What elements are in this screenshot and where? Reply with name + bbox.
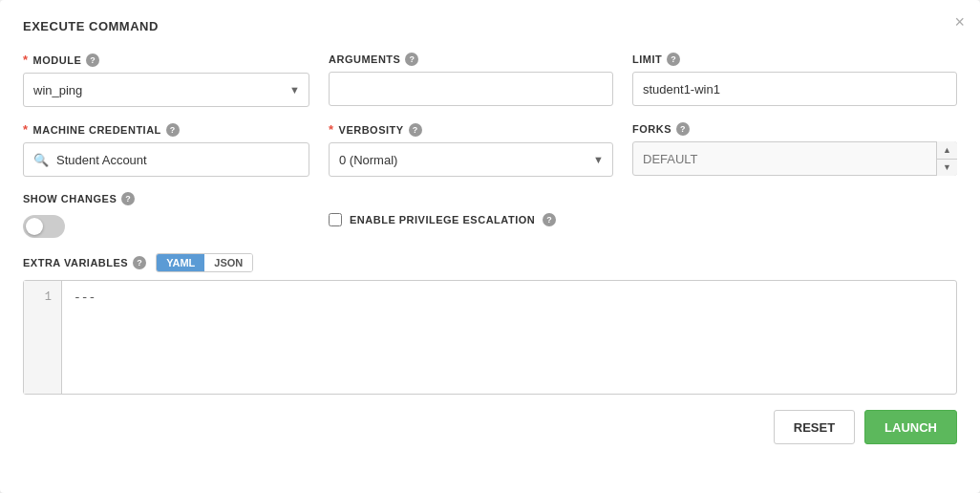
limit-input[interactable] bbox=[632, 72, 957, 106]
extra-variables-header: EXTRA VARIABLES ? YAML JSON bbox=[23, 253, 957, 272]
verbosity-label-row: * VERBOSITY ? bbox=[329, 122, 613, 137]
machine-credential-label-row: * MACHINE CREDENTIAL ? bbox=[23, 122, 309, 137]
row-credential-verbosity-forks: * MACHINE CREDENTIAL ? 🔍 * VERBOSITY ? 0… bbox=[23, 122, 957, 177]
extra-variables-tab-group: YAML JSON bbox=[156, 253, 253, 272]
forks-increment-button[interactable]: ▲ bbox=[937, 141, 957, 160]
extra-variables-help-icon[interactable]: ? bbox=[133, 256, 146, 269]
verbosity-help-icon[interactable]: ? bbox=[409, 123, 422, 137]
privilege-escalation-text: ENABLE PRIVILEGE ESCALATION bbox=[350, 214, 535, 225]
forks-spinner-wrapper: ▲ ▼ bbox=[632, 141, 957, 176]
machine-credential-group: * MACHINE CREDENTIAL ? 🔍 bbox=[23, 122, 309, 177]
show-changes-label-row: SHOW CHANGES ? bbox=[23, 192, 309, 205]
arguments-label: ARGUMENTS bbox=[329, 54, 400, 65]
show-changes-label: SHOW CHANGES bbox=[23, 193, 117, 204]
privilege-escalation-checkbox[interactable] bbox=[329, 213, 342, 226]
machine-credential-search-wrapper[interactable]: 🔍 bbox=[23, 142, 309, 177]
extra-variables-editor[interactable]: 1 --- bbox=[23, 280, 957, 395]
verbosity-select[interactable]: 0 (Normal) 1 (Verbose) 2 (More Verbose) … bbox=[329, 142, 613, 177]
module-label-row: * MODULE ? bbox=[23, 53, 309, 67]
forks-spinner-buttons: ▲ ▼ bbox=[936, 141, 957, 176]
module-label: MODULE bbox=[33, 54, 82, 66]
arguments-group: ARGUMENTS ? bbox=[329, 53, 613, 106]
footer-row: RESET LAUNCH bbox=[23, 410, 957, 444]
tab-json[interactable]: JSON bbox=[204, 254, 252, 271]
forks-decrement-button[interactable]: ▼ bbox=[937, 160, 957, 177]
line-number-1: 1 bbox=[33, 290, 52, 304]
extra-variables-section: EXTRA VARIABLES ? YAML JSON 1 --- bbox=[23, 253, 957, 395]
forks-label-row: FORKS ? bbox=[632, 122, 957, 136]
row-module-arguments-limit: * MODULE ? win_ping ping shell command s… bbox=[23, 53, 957, 107]
module-select[interactable]: win_ping ping shell command setup bbox=[23, 73, 309, 107]
show-changes-toggle[interactable] bbox=[23, 215, 65, 238]
verbosity-group: * VERBOSITY ? 0 (Normal) 1 (Verbose) 2 (… bbox=[329, 122, 613, 177]
machine-credential-input[interactable] bbox=[56, 153, 299, 167]
forks-input[interactable] bbox=[632, 141, 957, 176]
show-changes-group: SHOW CHANGES ? bbox=[23, 192, 309, 238]
execute-command-modal: EXECUTE COMMAND × * MODULE ? win_ping pi… bbox=[0, 0, 980, 493]
row-show-changes-privilege: SHOW CHANGES ? ENABLE PRIVILEGE ESCALATI… bbox=[23, 192, 957, 238]
line-numbers: 1 bbox=[24, 281, 62, 394]
forks-group: FORKS ? ▲ ▼ bbox=[632, 122, 957, 176]
module-required-star: * bbox=[23, 53, 29, 67]
reset-button[interactable]: RESET bbox=[774, 410, 855, 444]
module-select-wrapper: win_ping ping shell command setup ▼ bbox=[23, 73, 309, 107]
modal-title: EXECUTE COMMAND bbox=[23, 19, 957, 33]
code-text: --- bbox=[74, 290, 96, 305]
extra-variables-label: EXTRA VARIABLES bbox=[23, 257, 128, 268]
close-button[interactable]: × bbox=[954, 13, 965, 31]
forks-help-icon[interactable]: ? bbox=[676, 122, 690, 136]
arguments-input[interactable] bbox=[329, 72, 613, 106]
forks-label: FORKS bbox=[632, 123, 671, 135]
privilege-escalation-label[interactable]: ENABLE PRIVILEGE ESCALATION ? bbox=[329, 213, 957, 226]
launch-button[interactable]: LAUNCH bbox=[864, 410, 957, 444]
arguments-help-icon[interactable]: ? bbox=[405, 53, 418, 66]
arguments-label-row: ARGUMENTS ? bbox=[329, 53, 613, 66]
tab-yaml[interactable]: YAML bbox=[157, 254, 204, 271]
extra-variables-label-row: EXTRA VARIABLES ? bbox=[23, 256, 146, 269]
show-changes-slider bbox=[23, 215, 65, 238]
module-group: * MODULE ? win_ping ping shell command s… bbox=[23, 53, 309, 107]
verbosity-select-wrapper: 0 (Normal) 1 (Verbose) 2 (More Verbose) … bbox=[329, 142, 613, 177]
verbosity-required-star: * bbox=[329, 122, 334, 137]
privilege-escalation-help-icon[interactable]: ? bbox=[543, 213, 556, 226]
machine-credential-help-icon[interactable]: ? bbox=[166, 123, 180, 137]
limit-label-row: LIMIT ? bbox=[632, 53, 957, 66]
limit-help-icon[interactable]: ? bbox=[667, 53, 680, 66]
machine-credential-required-star: * bbox=[23, 122, 29, 137]
privilege-escalation-group: ENABLE PRIVILEGE ESCALATION ? bbox=[329, 192, 957, 226]
module-help-icon[interactable]: ? bbox=[86, 54, 99, 67]
limit-label: LIMIT bbox=[632, 54, 662, 65]
search-icon: 🔍 bbox=[33, 153, 49, 167]
machine-credential-label: MACHINE CREDENTIAL bbox=[33, 124, 161, 136]
limit-group: LIMIT ? bbox=[632, 53, 957, 106]
code-content[interactable]: --- bbox=[62, 281, 956, 394]
verbosity-label: VERBOSITY bbox=[339, 124, 404, 136]
show-changes-help-icon[interactable]: ? bbox=[121, 192, 135, 205]
